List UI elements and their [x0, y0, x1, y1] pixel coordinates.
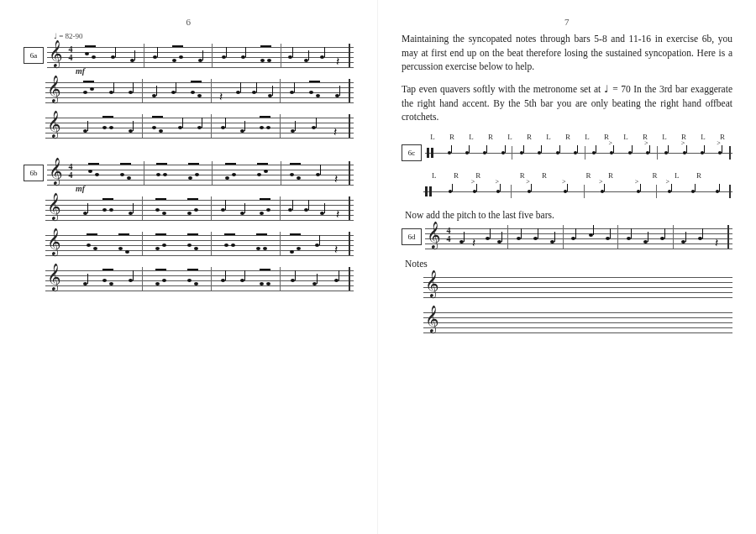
time-signature: 4 4 — [445, 227, 452, 243]
page-number-left: 6 — [24, 17, 354, 27]
percussion-clef-icon — [425, 186, 433, 196]
sticking-letter: L — [578, 133, 597, 141]
timesig-bottom: 4 — [67, 171, 74, 180]
staff: 𝄞 — [45, 113, 354, 139]
sticking-letter: R — [688, 171, 710, 180]
staff: 𝄞 — [45, 77, 354, 104]
treble-clef-icon: 𝄞 — [427, 222, 441, 249]
treble-clef-icon: 𝄞 — [47, 193, 61, 220]
exercise-label-blank — [402, 184, 420, 199]
time-signature: 4 4 — [67, 45, 74, 62]
timesig-bottom: 4 — [445, 235, 452, 243]
staff: 𝄞 4 4 mf — [47, 160, 354, 186]
treble-clef-icon: 𝄞 — [49, 158, 63, 185]
sticking-letter: L — [501, 133, 520, 141]
page-spread: 6 ♩ = 82-90 6a 𝄞 4 4 mf — [0, 0, 756, 534]
sticking-letter: R — [445, 171, 467, 180]
system-6b-2: 𝄞 — [24, 195, 354, 222]
sticking-letter: R — [533, 171, 555, 180]
staff: 𝄞 — [45, 265, 354, 292]
sticking-letter: R — [597, 133, 617, 141]
system-6b-1: 6b 𝄞 4 4 mf — [24, 160, 354, 186]
sticking-letter — [711, 171, 732, 180]
sticking-letter: R — [644, 171, 666, 180]
sticking-letter: L — [462, 133, 481, 141]
exercise-label-6a: 6a — [24, 47, 44, 64]
sticking-letter — [556, 171, 578, 180]
timesig-bottom: 4 — [67, 54, 74, 62]
sticking-letter: R — [600, 171, 622, 180]
system-6a-2: 𝄞 — [24, 77, 354, 104]
treble-clef-icon: 𝄞 — [47, 264, 61, 291]
exercise-label-blank — [402, 278, 420, 293]
system-6a-1: 6a 𝄞 4 4 mf — [24, 42, 354, 69]
percussion-staff — [423, 181, 732, 202]
treble-clef-icon: 𝄞 — [425, 270, 439, 297]
treble-clef-icon: 𝄞 — [49, 40, 63, 67]
staff: 𝄞 — [45, 230, 354, 257]
exercise-label-6d: 6d — [402, 228, 422, 245]
sticking-letter: L — [423, 133, 443, 141]
sticking-letter: L — [694, 133, 713, 141]
treble-clef-icon: 𝄞 — [425, 306, 439, 332]
system-6b-4: 𝄞 — [24, 265, 354, 292]
staff: 𝄞 4 4 — [425, 223, 732, 250]
system-6c-1: 6c — [402, 143, 732, 163]
system-6d: 6d 𝄞 4 4 — [402, 223, 732, 250]
sticking-row-1: L R L R L R L R L R L R L R L R — [423, 133, 732, 141]
sticking-letter: R — [520, 133, 539, 141]
sticking-letter — [622, 171, 644, 180]
sticking-letter: R — [443, 133, 462, 141]
sticking-letter: L — [617, 133, 636, 141]
sticking-letter: R — [578, 171, 600, 180]
subhead-notes: Notes — [405, 259, 732, 269]
paragraph-1: Maintaining the syncopated notes through… — [402, 32, 732, 74]
exercise-label-blank — [24, 118, 42, 134]
subhead-add-pitch: Now add the pitch to the last five bars. — [405, 210, 732, 220]
staff: 𝄞 4 4 mf — [47, 42, 354, 69]
sticking-letter: R — [481, 133, 501, 141]
system-6a-3: 𝄞 — [24, 113, 354, 139]
empty-staff-1: 𝄞 — [402, 272, 732, 299]
sticking-letter: L — [655, 133, 675, 141]
system-6c-2 — [402, 181, 732, 202]
treble-clef-icon: 𝄞 — [47, 111, 61, 138]
page-right: 7 Maintaining the syncopated notes throu… — [378, 0, 756, 534]
sticking-letter — [490, 171, 512, 180]
staff: 𝄞 — [423, 272, 732, 299]
sticking-letter: R — [512, 171, 533, 180]
exercise-label-blank — [24, 83, 42, 98]
exercise-label-blank — [24, 201, 42, 216]
treble-clef-icon: 𝄞 — [47, 76, 61, 102]
exercise-label-6b: 6b — [24, 165, 44, 181]
sticking-row-2: L R R R R R R R L R — [423, 171, 732, 180]
sticking-letter: L — [539, 133, 559, 141]
staff: 𝄞 — [45, 195, 354, 222]
staff: 𝄞 — [423, 307, 732, 334]
page-number-right: 7 — [402, 17, 732, 27]
tempo-marking: ♩ = 82-90 — [54, 32, 354, 40]
exercise-label-6c: 6c — [402, 144, 422, 161]
sticking-letter: L — [423, 171, 445, 180]
exercise-label-blank — [24, 271, 42, 286]
empty-staff-2: 𝄞 — [402, 307, 732, 334]
time-signature: 4 4 — [67, 163, 74, 180]
exercise-label-blank — [24, 236, 42, 251]
treble-clef-icon: 𝄞 — [47, 228, 61, 255]
percussion-staff — [425, 143, 732, 163]
exercise-label-blank — [402, 313, 420, 328]
sticking-letter: R — [559, 133, 578, 141]
paragraph-2: Tap even quavers softly with the metrono… — [402, 82, 732, 124]
page-left: 6 ♩ = 82-90 6a 𝄞 4 4 mf — [0, 0, 378, 534]
system-6b-3: 𝄞 — [24, 230, 354, 257]
percussion-clef-icon — [427, 148, 435, 158]
